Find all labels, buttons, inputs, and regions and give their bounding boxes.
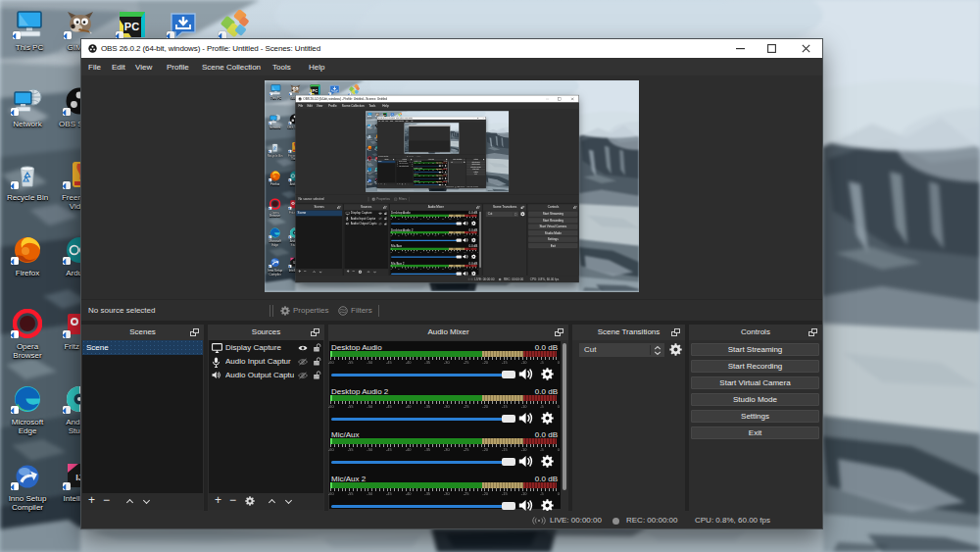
svg-text:PC: PC bbox=[124, 21, 139, 32]
svg-text:PC: PC bbox=[312, 88, 318, 93]
